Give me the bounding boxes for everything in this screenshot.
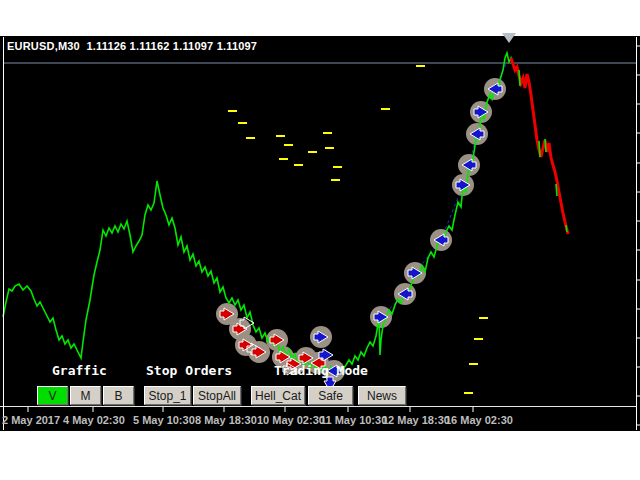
trade-marker-circles <box>216 78 506 382</box>
stop-orders-button-group: Stop_1 StopAll <box>144 386 241 405</box>
safe-mode-button[interactable]: Safe <box>308 386 353 405</box>
news-mode-button[interactable]: News <box>358 386 406 405</box>
graffic-b-button[interactable]: B <box>103 386 134 405</box>
graffic-button-group: V M B <box>37 386 134 405</box>
time-axis-label: 11 May 10:30 <box>320 414 387 426</box>
graffic-m-button[interactable]: M <box>70 386 101 405</box>
time-axis-label: 8 May 18:30 <box>195 414 257 426</box>
stopall-button[interactable]: StopAll <box>193 386 241 405</box>
time-axis-label: 4 May 02:30 <box>63 414 125 426</box>
stop-orders-panel-label: Stop Orders <box>146 363 232 378</box>
time-axis-label: 5 May 10:30 <box>133 414 195 426</box>
trading-mode-button-group: Hell_Cat Safe News <box>251 386 406 405</box>
trading-mode-panel-label: Trading Mode <box>274 363 368 378</box>
current-price-pointer-icon <box>502 33 516 43</box>
hellcat-mode-button[interactable]: Hell_Cat <box>251 386 305 405</box>
time-axis-label: 2 May 2017 <box>2 414 60 426</box>
time-axis-label: 10 May 02:30 <box>257 414 325 426</box>
stop1-button[interactable]: Stop_1 <box>144 386 191 405</box>
time-axis-label: 16 May 02:30 <box>445 414 513 426</box>
bull-price-line <box>3 53 513 374</box>
metatrader-chart-window: { "title_bar": {"text": "EURUSD,M30 1.11… <box>0 0 640 480</box>
chart-title-ohlc: EURUSD,M30 1.11126 1.11162 1.11097 1.110… <box>7 40 257 52</box>
graffic-panel-label: Graffic <box>52 363 107 378</box>
price-chart-canvas[interactable] <box>0 0 640 480</box>
time-axis-label: 12 May 18:30 <box>382 414 450 426</box>
graffic-v-button[interactable]: V <box>37 386 68 405</box>
